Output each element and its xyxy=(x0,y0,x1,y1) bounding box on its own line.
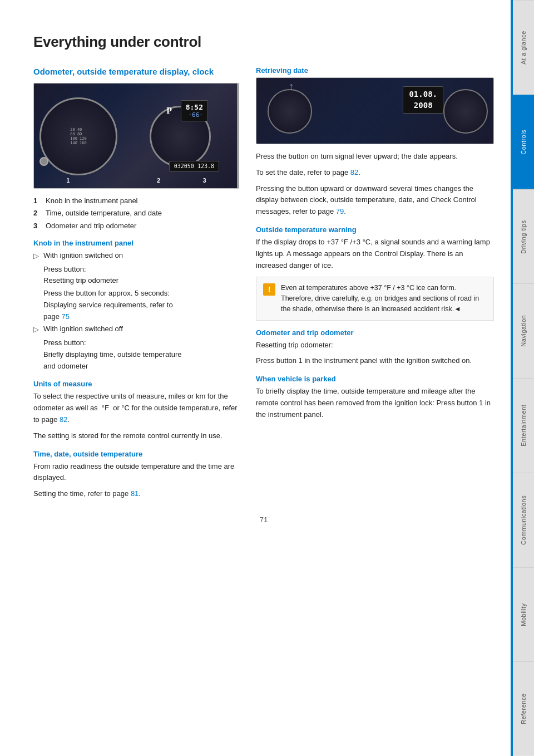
date-display: 01.08. 2008 xyxy=(403,86,443,114)
sidebar-tab-at-a-glance[interactable]: At a glance xyxy=(513,0,534,95)
image-labels: 1 2 3 xyxy=(34,177,239,184)
retrieving-date-heading: Retrieving date xyxy=(256,66,494,75)
digital-time: 8:52 xyxy=(186,103,203,111)
warning-text: Even at temperatures above +37 °F / +3 °… xyxy=(281,283,487,314)
digital-display: 8:52 ·66· xyxy=(181,100,208,121)
odometer-trip-text1: Resetting trip odometer: xyxy=(256,340,494,351)
parked-heading: When vehicle is parked xyxy=(256,375,494,383)
left-speedometer: 20 4060 80100 120140 160 xyxy=(39,97,117,175)
retrieving-date-text3: Pressing the button upward or downward s… xyxy=(256,183,494,218)
link-page81[interactable]: 81 xyxy=(131,489,139,498)
date-line1: 01.08. xyxy=(409,89,437,100)
date-circle xyxy=(268,89,312,134)
time-date-heading: Time, date, outside temperature xyxy=(33,450,239,458)
units-text-1: To select the respective units of measur… xyxy=(33,391,239,425)
units-section-heading: Units of measure xyxy=(33,380,239,388)
ignition-on-text: With ignition switched on xyxy=(43,250,123,262)
item-text-1: Knob in the instrument panel xyxy=(46,195,138,207)
sidebar-tab-entertainment[interactable]: Entertainment xyxy=(513,378,534,473)
date-img-inner: ↑ 01.08. 2008 -1 xyxy=(256,78,493,144)
odometer-trip-text2: Press button 1 in the instrument panel w… xyxy=(256,355,494,367)
list-item-1: 1 Knob in the instrument panel xyxy=(33,195,239,207)
sidebar-tab-navigation[interactable]: Navigation xyxy=(513,283,534,378)
sidebar: At a glance Controls Driving tips Naviga… xyxy=(513,0,534,756)
left-column: Odometer, outside temperature display, c… xyxy=(33,66,239,504)
sidebar-tab-controls[interactable]: Controls xyxy=(513,95,534,189)
gear-indicator: P xyxy=(166,106,172,116)
link-page82-units[interactable]: 82 xyxy=(60,415,67,424)
date-arrow: ↑ xyxy=(289,81,294,92)
date-line2: 2008 xyxy=(409,100,437,111)
date-image: ↑ 01.08. 2008 -1 xyxy=(256,77,494,144)
arrow-icon-1: ▷ xyxy=(33,251,40,262)
instrument-panel-image: 20 4060 80100 120140 160 8:52 ·66· P 032… xyxy=(33,83,239,189)
sub-item-press-button-1: Press button:Resetting trip odometer xyxy=(43,264,239,287)
outside-temp-heading: Outside temperature warning xyxy=(256,225,494,234)
numbered-list: 1 Knob in the instrument panel 2 Time, o… xyxy=(33,195,239,232)
instrument-img-inner: 20 4060 80100 120140 160 8:52 ·66· P 032… xyxy=(34,84,239,188)
outside-temp-text: If the display drops to +37 °F /+3 °C, a… xyxy=(256,237,494,271)
link-page79[interactable]: 79 xyxy=(336,207,344,215)
digital-temp: ·66· xyxy=(186,111,203,119)
odometer-section-heading: Odometer, outside temperature display, c… xyxy=(33,66,239,77)
arrow-item-ignition-on: ▷ With ignition switched on xyxy=(33,250,239,262)
list-item-2: 2 Time, outside temperature, and date xyxy=(33,208,239,219)
item-text-3: Odometer and trip odometer xyxy=(46,220,136,232)
parked-text: To briefly display the time, outside tem… xyxy=(256,386,494,420)
right-circle xyxy=(443,89,488,134)
page-number: 71 xyxy=(33,516,494,535)
retrieving-date-text2: To set the date, refer to page 82. xyxy=(256,167,494,179)
speedo-markings: 20 4060 80100 120140 160 xyxy=(70,127,87,145)
link-page75[interactable]: 75 xyxy=(62,312,70,321)
odometer-trip-heading: Odometer and trip odometer xyxy=(256,328,494,337)
warning-box: ! Even at temperatures above +37 °F / +3… xyxy=(256,277,494,320)
main-content: Everything under control Odometer, outsi… xyxy=(0,0,511,568)
label-2: 2 xyxy=(157,177,160,184)
sidebar-tab-communications[interactable]: Communications xyxy=(513,473,534,567)
page-title: Everything under control xyxy=(33,33,494,51)
right-column: Retrieving date ↑ 01.08. 2008 -1 Press t… xyxy=(256,66,494,504)
odometer-display: 032050 123.8 xyxy=(169,161,219,171)
sidebar-tab-reference[interactable]: Reference xyxy=(513,661,534,756)
link-page82-date[interactable]: 82 xyxy=(350,168,358,176)
item-text-2: Time, outside temperature, and date xyxy=(46,208,162,219)
arrow-icon-2: ▷ xyxy=(33,324,40,335)
arrow-item-ignition-off: ▷ With ignition switched off xyxy=(33,323,239,335)
sub-item-press-5sec: Press the button for approx. 5 seconds: … xyxy=(43,288,239,322)
time-date-text-2: Setting the time, refer to page 81. xyxy=(33,488,239,500)
time-date-text-1: From radio readiness the outside tempera… xyxy=(33,461,239,484)
label-3: 3 xyxy=(203,177,206,184)
ignition-off-text: With ignition switched off xyxy=(43,323,123,335)
knob-section-heading: Knob in the instrument panel xyxy=(33,239,239,247)
sub-item-press-button-2: Press button:Briefly displaying time, ou… xyxy=(43,337,239,372)
warning-icon: ! xyxy=(263,283,275,296)
item-number-2: 2 xyxy=(33,208,41,219)
item-number-1: 1 xyxy=(33,195,41,207)
page-marker xyxy=(511,0,513,756)
list-item-3: 3 Odometer and trip odometer xyxy=(33,220,239,232)
img-border xyxy=(237,84,239,188)
two-column-layout: Odometer, outside temperature display, c… xyxy=(33,66,494,504)
units-text-2: The setting is stored for the remote con… xyxy=(33,430,239,442)
instrument-knob xyxy=(39,157,48,166)
retrieving-date-text1: Press the button on turn signal lever up… xyxy=(256,151,494,163)
sidebar-tab-driving-tips[interactable]: Driving tips xyxy=(513,189,534,284)
sidebar-tab-mobility[interactable]: Mobility xyxy=(513,567,534,662)
label-1: 1 xyxy=(66,177,70,184)
item-number-3: 3 xyxy=(33,220,41,232)
